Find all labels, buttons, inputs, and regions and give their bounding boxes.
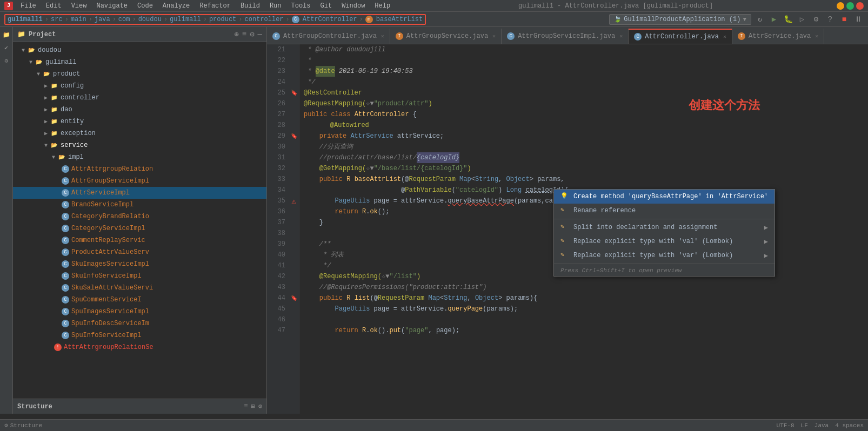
tree-item-attrgroupserviceimpl[interactable]: C AttrGroupServiceImpl (13, 175, 266, 187)
main-layout: 📁 ✔ ⚙ 📁 Project ⊕ ≡ ⚙ — ▼ 📂 doudou (0, 27, 868, 414)
tree-item-commentreplayservic[interactable]: C CommentReplayServic (13, 234, 266, 246)
tree-item-productattrvalueserv[interactable]: C ProductAttrValueServ (13, 246, 266, 258)
run-btn[interactable]: ▶ (769, 14, 779, 25)
split-icon: ✎ (560, 223, 569, 232)
tree-item-skusaleattrvalueservi[interactable]: C SkuSaleAttrValueServi (13, 282, 266, 294)
breadcrumb-gulimall[interactable]: gulimall (170, 16, 201, 23)
tab-close-btn[interactable]: ✕ (815, 33, 818, 39)
tree-item-attrattrgrouprelation[interactable]: C AttrAttrgroupRelation (13, 163, 266, 175)
panel-settings-btn[interactable]: ⚙ (250, 30, 254, 39)
breadcrumb-java[interactable]: java (95, 16, 110, 23)
menu-view[interactable]: View (67, 2, 91, 10)
breadcrumb-controller[interactable]: controller (245, 16, 284, 23)
tree-item-categoryserviceimpl[interactable]: C CategoryServiceImpl (13, 223, 266, 234)
context-menu-create-method[interactable]: 💡 Create method 'queryBaseAttrPage' in '… (554, 190, 774, 204)
tree-item-dao[interactable]: ▶ 📁 dao (13, 104, 266, 116)
tree-item-impl[interactable]: ▼ 📂 impl (13, 151, 266, 163)
settings-btn[interactable]: ⚙ (811, 14, 822, 25)
debug-btn[interactable]: 🐛 (783, 14, 793, 25)
tree-item-brandserviceimpl[interactable]: C BrandServiceImpl (13, 199, 266, 211)
context-menu-split-declaration[interactable]: ✎ Split into declaration and assignment … (554, 220, 774, 234)
menu-refactor[interactable]: Refactor (195, 2, 235, 10)
breadcrumb-main[interactable]: main (71, 16, 86, 23)
run-config[interactable]: 🍃 GulimallProductApplication (1) ▼ (609, 14, 751, 25)
breadcrumb-attrcontroller[interactable]: AttrController (303, 16, 357, 23)
file-c-icon: C (62, 237, 69, 244)
menu-edit[interactable]: Edit (42, 2, 66, 10)
tab-attrcontroller[interactable]: C AttrController.java ✕ (629, 29, 732, 44)
bottom-line-sep[interactable]: LF (801, 422, 808, 429)
tree-item-attrserviceimpl[interactable]: C AttrServiceImpl (13, 187, 266, 199)
tab-close-btn[interactable]: ✕ (492, 33, 496, 39)
tree-item-controller[interactable]: ▶ 📁 controller (13, 92, 266, 104)
plugins-icon-btn[interactable]: ⚙ (1, 55, 12, 66)
structure-filter-btn[interactable]: ⊞ (251, 402, 255, 410)
breadcrumb-doudou[interactable]: doudou (138, 16, 162, 23)
panel-close-btn[interactable]: — (258, 30, 262, 39)
menu-build[interactable]: Build (236, 2, 264, 10)
refresh-btn[interactable]: ↻ (755, 14, 765, 25)
tree-item-product[interactable]: ▼ 📂 product (13, 68, 266, 80)
help-run-btn[interactable]: ? (825, 14, 836, 25)
tree-label: SkuSaleAttrValueServi (71, 284, 153, 292)
tree-item-spuinfodescserviceim[interactable]: C SpuInfoDescServiceIm (13, 318, 266, 329)
context-menu-item-label: Replace explicit type with 'var' (Lombok… (573, 252, 733, 259)
line-num-41: 41 (270, 260, 285, 271)
structure-settings-btn[interactable]: ⚙ (258, 402, 262, 410)
context-menu-replace-val[interactable]: ✎ Replace explicit type with 'val' (Lomb… (554, 234, 774, 248)
bottom-encoding[interactable]: UTF-8 (777, 422, 794, 429)
tree-item-config[interactable]: ▶ 📁 config (13, 80, 266, 92)
tab-attrgroupserviceimpl[interactable]: C AttrGroupServiceImpl.java ✕ (502, 29, 629, 44)
tab-attrservice[interactable]: I AttrService.java ✕ (732, 29, 824, 44)
menu-code[interactable]: Code (133, 2, 157, 10)
run-config-dropdown-icon[interactable]: ▼ (743, 16, 746, 23)
tree-item-exception[interactable]: ▶ 📁 exception (13, 127, 266, 139)
suspend-btn[interactable]: ⏸ (853, 14, 864, 25)
tree-item-attrattrgrouprelationse[interactable]: ! AttrAttrgroupRelationSe (13, 341, 266, 353)
coverage-btn[interactable]: ▷ (797, 14, 807, 25)
stop-btn[interactable]: ■ (839, 14, 850, 25)
tree-item-skuinfoserviceimpl[interactable]: C SkuInfoServiceImpl (13, 270, 266, 282)
tree-item-skuimagesserviceimpl[interactable]: C SkuImagesServiceImpl (13, 258, 266, 270)
menu-analyze[interactable]: Analyze (158, 2, 194, 10)
tree-item-entity[interactable]: ▶ 📁 entity (13, 116, 266, 127)
folder-icon: 📂 (35, 58, 43, 66)
tree-item-spuimagesserviceimpl[interactable]: C SpuImagesServiceImpl (13, 306, 266, 318)
window-maximize[interactable] (846, 2, 854, 10)
panel-collapse-btn[interactable]: ≡ (242, 30, 246, 39)
tree-item-service[interactable]: ▼ 📂 service (13, 139, 266, 151)
tree-item-categorybrandrelatio[interactable]: C CategoryBrandRelatio (13, 211, 266, 223)
context-menu-rename-reference[interactable]: ✎ Rename reference (554, 204, 774, 218)
tree-item-gulimall[interactable]: ▼ 📂 gulimall (13, 56, 266, 68)
menu-tools[interactable]: Tools (287, 2, 315, 10)
bottom-file-type[interactable]: Java (814, 422, 829, 429)
project-icon-btn[interactable]: 📁 (1, 29, 12, 40)
menu-window[interactable]: Window (337, 2, 369, 10)
bottom-git-icon: ⚙ Structure (4, 422, 42, 429)
menu-file[interactable]: File (16, 2, 41, 10)
window-close[interactable] (856, 2, 864, 10)
tab-attrgroupservice[interactable]: I AttrGroupService.java ✕ (390, 29, 502, 44)
tab-attrgroupcontroller[interactable]: C AttrGroupController.java ✕ (267, 29, 390, 44)
bottom-indent[interactable]: 4 spaces (835, 422, 864, 429)
breadcrumb-src[interactable]: src (51, 16, 63, 23)
tree-item-doudou[interactable]: ▼ 📂 doudou (13, 44, 266, 56)
context-menu-replace-var[interactable]: ✎ Replace explicit type with 'var' (Lomb… (554, 248, 774, 262)
tab-close-btn[interactable]: ✕ (381, 33, 384, 39)
breadcrumb-baseattrlist[interactable]: baseAttrList (376, 16, 423, 23)
tree-item-spucommentservicei[interactable]: C SpuCommentServiceI (13, 294, 266, 306)
tab-close-btn[interactable]: ✕ (723, 33, 726, 40)
tree-item-spuinfoserviceimpl[interactable]: C SpuInfoServiceImpl (13, 329, 266, 341)
commit-icon-btn[interactable]: ✔ (1, 42, 12, 53)
structure-sort-btn[interactable]: ≡ (244, 402, 248, 410)
panel-scope-btn[interactable]: ⊕ (234, 30, 238, 39)
menu-run[interactable]: Run (265, 2, 286, 10)
breadcrumb-gulimall1[interactable]: gulimall1 (8, 16, 43, 23)
menu-git[interactable]: Git (316, 2, 337, 10)
breadcrumb-product[interactable]: product (209, 16, 236, 23)
breadcrumb-com[interactable]: com (118, 16, 130, 23)
tab-close-btn[interactable]: ✕ (619, 33, 623, 39)
menu-help[interactable]: Help (370, 2, 395, 10)
window-minimize[interactable] (837, 2, 844, 10)
menu-navigate[interactable]: Navigate (92, 2, 132, 10)
